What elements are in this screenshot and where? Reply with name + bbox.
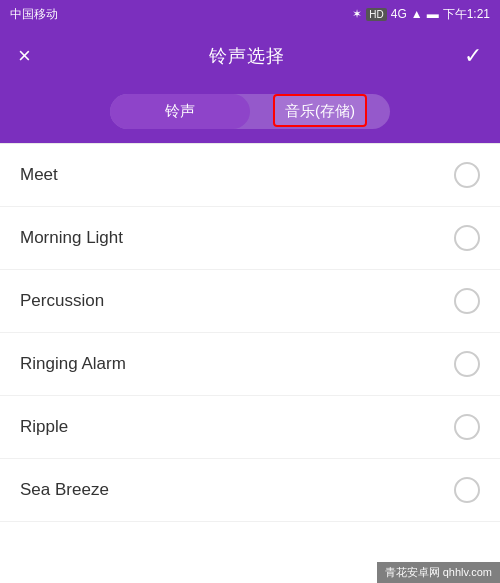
ringtone-name: Meet [20,165,58,185]
time-display: 下午1:21 [443,6,490,23]
ringtone-name: Ripple [20,417,68,437]
ringtone-name: Ringing Alarm [20,354,126,374]
tab-bar: 铃声 音乐(存储) [0,84,500,143]
watermark: 青花安卓网 qhhlv.com [377,562,500,583]
tab-music[interactable]: 音乐(存储) [250,94,390,129]
list-item[interactable]: Sea Breeze [0,459,500,522]
tab-ringtone-label: 铃声 [165,102,195,119]
list-item[interactable]: Morning Light [0,207,500,270]
tab-ringtone[interactable]: 铃声 [110,94,250,129]
hd-badge: HD [366,8,386,21]
signal-icon: 4G [391,7,407,21]
tab-container: 铃声 音乐(存储) [110,94,390,129]
radio-button[interactable] [454,225,480,251]
tab-music-label: 音乐(存储) [273,94,367,127]
ringtone-name: Sea Breeze [20,480,109,500]
status-icons: ✶ HD 4G ▲ ▬ 下午1:21 [352,6,490,23]
close-button[interactable]: × [18,43,31,69]
ringtone-name: Percussion [20,291,104,311]
list-item[interactable]: Ringing Alarm [0,333,500,396]
carrier-text: 中国移动 [10,6,58,23]
radio-button[interactable] [454,351,480,377]
battery-icon: ▬ [427,7,439,21]
app-header: × 铃声选择 ✓ [0,28,500,84]
bluetooth-icon: ✶ [352,7,362,21]
ringtone-list: Meet Morning Light Percussion Ringing Al… [0,143,500,522]
radio-button[interactable] [454,162,480,188]
list-item[interactable]: Ripple [0,396,500,459]
page-title: 铃声选择 [209,44,285,68]
list-item[interactable]: Percussion [0,270,500,333]
ringtone-name: Morning Light [20,228,123,248]
signal-bars: ▲ [411,7,423,21]
radio-button[interactable] [454,414,480,440]
radio-button[interactable] [454,477,480,503]
list-item[interactable]: Meet [0,144,500,207]
radio-button[interactable] [454,288,480,314]
status-bar: 中国移动 ✶ HD 4G ▲ ▬ 下午1:21 [0,0,500,28]
confirm-button[interactable]: ✓ [464,43,482,69]
